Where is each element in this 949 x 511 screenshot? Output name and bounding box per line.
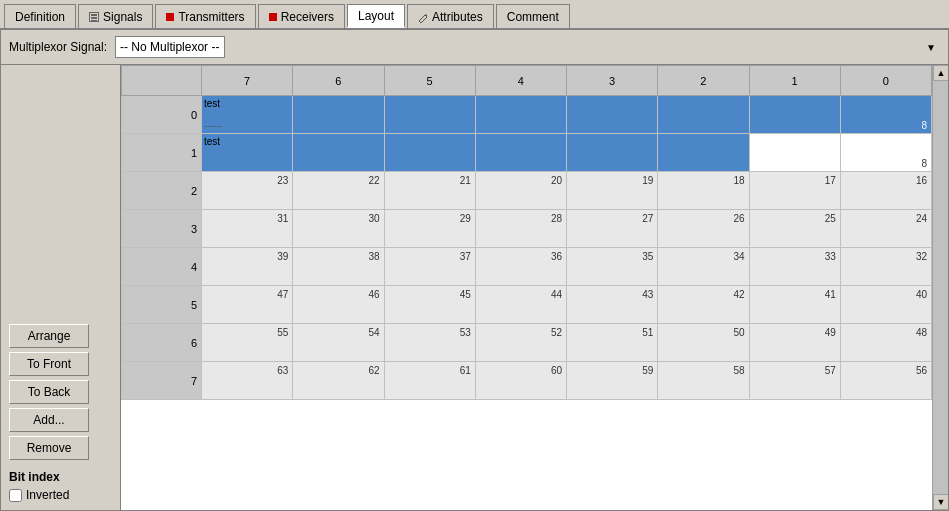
cell-7-5[interactable]: 61 [384,362,475,400]
cell-2-2[interactable]: 18 [658,172,749,210]
cell-6-3[interactable]: 51 [567,324,658,362]
cell-4-3[interactable]: 35 [567,248,658,286]
cell-2-3[interactable]: 19 [567,172,658,210]
cell-6-1[interactable]: 49 [749,324,840,362]
cell-3-4[interactable]: 28 [475,210,566,248]
cell-0-2[interactable] [658,96,749,134]
row-label-2: 2 [122,172,202,210]
table-row: 6 55 54 53 52 51 50 49 48 [122,324,932,362]
inverted-checkbox[interactable] [9,489,22,502]
cell-3-0[interactable]: 24 [840,210,931,248]
cell-4-0[interactable]: 32 [840,248,931,286]
cell-7-6[interactable]: 62 [293,362,384,400]
tab-attributes[interactable]: Attributes [407,4,494,28]
cell-3-7[interactable]: 31 [202,210,293,248]
table-row: 0 test ------ [122,96,932,134]
cell-5-7[interactable]: 47 [202,286,293,324]
cell-1-5[interactable] [384,134,475,172]
cell-3-6[interactable]: 30 [293,210,384,248]
cell-5-4[interactable]: 44 [475,286,566,324]
table-row: 7 63 62 61 60 59 58 57 56 [122,362,932,400]
arrange-button[interactable]: Arrange [9,324,89,348]
cell-7-2[interactable]: 58 [658,362,749,400]
cell-5-5[interactable]: 45 [384,286,475,324]
tab-attributes-label: Attributes [432,10,483,24]
cell-3-5[interactable]: 29 [384,210,475,248]
tab-definition[interactable]: Definition [4,4,76,28]
cell-0-5[interactable] [384,96,475,134]
cell-3-1[interactable]: 25 [749,210,840,248]
cell-2-0[interactable]: 16 [840,172,931,210]
cell-2-1[interactable]: 17 [749,172,840,210]
cell-0-6[interactable] [293,96,384,134]
cell-4-4[interactable]: 36 [475,248,566,286]
cell-6-0[interactable]: 48 [840,324,931,362]
cell-5-3[interactable]: 43 [567,286,658,324]
cell-2-7[interactable]: 23 [202,172,293,210]
tab-comment[interactable]: Comment [496,4,570,28]
cell-1-1[interactable] [749,134,840,172]
cell-4-1[interactable]: 33 [749,248,840,286]
cell-5-6[interactable]: 46 [293,286,384,324]
remove-button[interactable]: Remove [9,436,89,460]
tab-comment-label: Comment [507,10,559,24]
scroll-down-button[interactable]: ▼ [933,494,948,510]
cell-4-5[interactable]: 37 [384,248,475,286]
cell-6-2[interactable]: 50 [658,324,749,362]
body-area: Arrange To Front To Back Add... Remove B… [1,65,948,510]
row-label-6: 6 [122,324,202,362]
cell-6-7[interactable]: 55 [202,324,293,362]
signals-icon [89,12,99,22]
tab-transmitters[interactable]: Transmitters [155,4,255,28]
attributes-icon [418,12,428,22]
cell-2-6[interactable]: 22 [293,172,384,210]
cell-4-7[interactable]: 39 [202,248,293,286]
to-front-button[interactable]: To Front [9,352,89,376]
cell-7-0[interactable]: 56 [840,362,931,400]
cell-5-1[interactable]: 41 [749,286,840,324]
cell-1-4[interactable] [475,134,566,172]
cell-7-7[interactable]: 63 [202,362,293,400]
cell-7-1[interactable]: 57 [749,362,840,400]
add-button[interactable]: Add... [9,408,89,432]
cell-5-0[interactable]: 40 [840,286,931,324]
tab-signals[interactable]: Signals [78,4,153,28]
cell-2-4[interactable]: 20 [475,172,566,210]
cell-6-5[interactable]: 53 [384,324,475,362]
row-label-1: 1 [122,134,202,172]
grid-scroll[interactable]: 7 6 5 4 3 2 1 0 [121,65,932,510]
receivers-icon [269,13,277,21]
to-back-button[interactable]: To Back [9,380,89,404]
cell-0-7[interactable]: test ------ [202,96,293,134]
cell-0-1[interactable] [749,96,840,134]
cell-4-2[interactable]: 34 [658,248,749,286]
cell-1-2[interactable] [658,134,749,172]
inverted-label: Inverted [26,488,69,502]
cell-0-3[interactable] [567,96,658,134]
cell-3-2[interactable]: 26 [658,210,749,248]
cell-3-3[interactable]: 27 [567,210,658,248]
cell-1-3[interactable] [567,134,658,172]
tab-receivers[interactable]: Receivers [258,4,345,28]
cell-4-6[interactable]: 38 [293,248,384,286]
scroll-up-button[interactable]: ▲ [933,65,948,81]
col-header-7: 7 [202,66,293,96]
cell-7-3[interactable]: 59 [567,362,658,400]
cell-5-2[interactable]: 42 [658,286,749,324]
multiplexor-label: Multiplexor Signal: [9,40,107,54]
cell-0-0[interactable]: 8 [840,96,931,134]
cell-1-6[interactable] [293,134,384,172]
col-header-6: 6 [293,66,384,96]
signal-name: test [204,98,220,109]
cell-1-0[interactable]: 8 [840,134,931,172]
row-label-7: 7 [122,362,202,400]
cell-6-4[interactable]: 52 [475,324,566,362]
cell-1-7[interactable]: test [202,134,293,172]
row-label-0: 0 [122,96,202,134]
cell-6-6[interactable]: 54 [293,324,384,362]
cell-0-4[interactable] [475,96,566,134]
multiplexor-select[interactable]: -- No Multiplexor -- [115,36,225,58]
cell-2-5[interactable]: 21 [384,172,475,210]
cell-7-4[interactable]: 60 [475,362,566,400]
tab-layout[interactable]: Layout [347,4,405,28]
